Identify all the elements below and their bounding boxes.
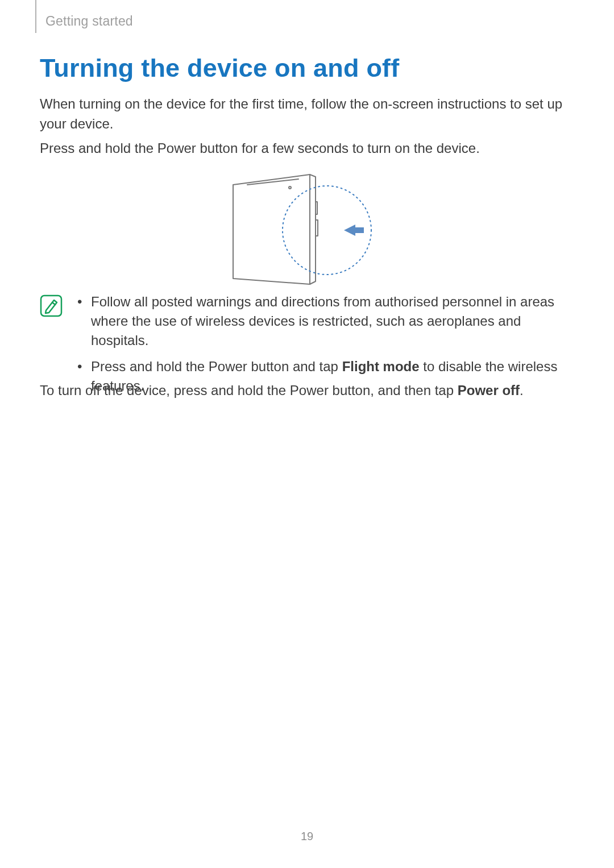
svg-marker-2 [344, 225, 364, 236]
svg-point-0 [289, 186, 291, 189]
device-diagram-svg [216, 168, 398, 287]
power-off-prefix: To turn off the device, press and hold t… [40, 383, 458, 398]
press-arrow-icon [344, 225, 364, 236]
power-off-suffix: . [520, 383, 524, 398]
note-pencil-icon [40, 294, 63, 317]
note-item-2-prefix: Press and hold the Power button and tap [91, 359, 342, 374]
section-header-label: Getting started [45, 14, 133, 29]
note-item-1-text: Follow all posted warnings and direction… [91, 294, 554, 348]
page-number: 19 [0, 830, 614, 843]
device-power-button-diagram [0, 165, 614, 290]
note-item-1: Follow all posted warnings and direction… [77, 292, 577, 350]
power-off-paragraph: To turn off the device, press and hold t… [40, 381, 574, 401]
manual-page: Getting started Turning the device on an… [0, 0, 614, 868]
intro-paragraph-1: When turning on the device for the first… [40, 94, 574, 134]
note-item-2-bold: Flight mode [342, 359, 420, 374]
power-off-bold: Power off [458, 383, 520, 398]
header-rule [35, 0, 36, 33]
page-title: Turning the device on and off [40, 53, 399, 83]
intro-paragraph-2: Press and hold the Power button for a fe… [40, 139, 574, 159]
svg-rect-3 [41, 296, 61, 316]
